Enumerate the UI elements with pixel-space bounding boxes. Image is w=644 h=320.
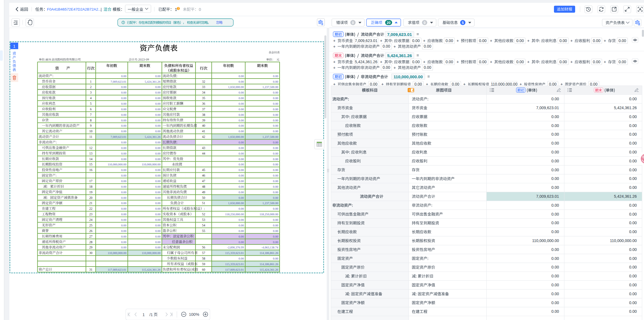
svg-text:0.00: 0.00 xyxy=(155,108,161,111)
svg-text:0.00: 0.00 xyxy=(155,152,161,155)
svg-text:0.00: 0.00 xyxy=(273,146,278,150)
svg-text:0.00: 0.00 xyxy=(629,168,637,172)
svg-text:0.00: 0.00 xyxy=(273,96,278,100)
svg-text:0.00: 0.00 xyxy=(155,146,161,150)
svg-text:19: 19 xyxy=(89,190,93,194)
svg-text:0.00: 0.00 xyxy=(121,168,126,172)
svg-text:15: 15 xyxy=(89,163,93,166)
svg-text:1,650,000.00: 1,650,000.00 xyxy=(228,201,244,205)
svg-text:0.00: 0.00 xyxy=(629,274,637,278)
svg-text:0.00: 0.00 xyxy=(629,212,637,216)
svg-text:37: 37 xyxy=(202,108,205,111)
svg-text:=: = xyxy=(417,32,419,36)
svg-text:0.00: 0.00 xyxy=(155,157,161,161)
svg-text:0.00: 0.00 xyxy=(619,60,626,64)
svg-text:0.00: 0.00 xyxy=(239,113,244,116)
svg-text:0.00: 0.00 xyxy=(155,85,161,89)
svg-text:0.00: 0.00 xyxy=(273,130,278,133)
svg-text:1: 1 xyxy=(175,7,177,12)
svg-text:41: 41 xyxy=(202,130,205,133)
svg-text:0.00: 0.00 xyxy=(239,141,244,144)
svg-text:0.00: 0.00 xyxy=(155,168,161,172)
svg-text:0.00: 0.00 xyxy=(155,96,161,100)
svg-text:0.00: 0.00 xyxy=(155,174,161,177)
svg-text:+: + xyxy=(333,44,335,49)
svg-text:1,237,500.00: 1,237,500.00 xyxy=(262,85,278,89)
svg-text:17: 17 xyxy=(89,179,93,183)
svg-text:32: 32 xyxy=(202,80,205,83)
svg-text:34: 34 xyxy=(202,91,205,94)
svg-text:20: 20 xyxy=(387,21,391,25)
svg-text:+: + xyxy=(380,38,382,43)
svg-text:0.00: 0.00 xyxy=(121,108,126,111)
svg-text:0.00: 0.00 xyxy=(121,157,126,161)
svg-text:0.00: 0.00 xyxy=(629,159,637,163)
svg-text:0.00: 0.00 xyxy=(121,240,126,244)
svg-text:0.00: 0.00 xyxy=(239,174,244,177)
svg-text:-4,063,138.74: -4,063,138.74 xyxy=(262,246,279,249)
svg-text:5,424,361.26: 5,424,361.26 xyxy=(614,106,637,110)
svg-text:0.00: 0.00 xyxy=(629,132,637,136)
svg-text:53: 53 xyxy=(202,218,205,221)
svg-text:0.00: 0.00 xyxy=(619,39,626,43)
svg-text:0.00: 0.00 xyxy=(273,152,278,155)
svg-text:5: 5 xyxy=(462,21,464,25)
svg-text:0.00: 0.00 xyxy=(273,196,278,199)
svg-text:0.00: 0.00 xyxy=(273,224,278,227)
svg-text:+: + xyxy=(604,60,606,64)
svg-text:0.00: 0.00 xyxy=(629,283,637,287)
svg-text:0.00: 0.00 xyxy=(479,39,486,43)
svg-text:1,650,000.00: 1,650,000.00 xyxy=(228,85,244,89)
svg-text:0.00: 0.00 xyxy=(155,130,161,133)
svg-text:0.00: 0.00 xyxy=(155,179,161,183)
svg-text:0.00: 0.00 xyxy=(239,185,244,188)
svg-text:0.00: 0.00 xyxy=(121,207,126,210)
svg-text:0.00: 0.00 xyxy=(273,108,278,111)
svg-text:114,186,861.26: 114,186,861.26 xyxy=(260,251,279,255)
svg-text:5: 5 xyxy=(90,102,92,105)
svg-text:+: + xyxy=(490,60,492,64)
svg-text:118,250,000.00: 118,250,000.00 xyxy=(260,212,278,216)
svg-text:0.00: 0.00 xyxy=(239,157,244,161)
svg-text:0.00: 0.00 xyxy=(551,212,559,216)
svg-text:0.00: 0.00 xyxy=(629,123,637,128)
svg-text:0.00: 0.00 xyxy=(273,235,278,238)
svg-text:110,000,000.00: 110,000,000.00 xyxy=(142,251,161,255)
svg-text:0.00: 0.00 xyxy=(121,124,126,127)
svg-text:8: 8 xyxy=(90,119,92,122)
svg-text:0.00: 0.00 xyxy=(121,141,126,144)
svg-text:0.00: 0.00 xyxy=(551,114,559,119)
svg-text:9: 9 xyxy=(90,124,92,127)
svg-text:110,000,000.00: 110,000,000.00 xyxy=(142,163,161,166)
svg-text:59: 59 xyxy=(202,262,205,266)
svg-text:+: + xyxy=(570,38,573,43)
svg-text:0.00: 0.00 xyxy=(239,235,244,238)
svg-text:0.00: 0.00 xyxy=(629,114,637,119)
svg-text:1,650,000.00: 1,650,000.00 xyxy=(228,135,244,138)
svg-text:0.00: 0.00 xyxy=(629,229,637,234)
svg-text:35: 35 xyxy=(202,96,205,100)
svg-text:0.00: 0.00 xyxy=(551,203,559,207)
svg-text:=: = xyxy=(427,74,430,79)
svg-text:0.00: 0.00 xyxy=(121,224,126,227)
svg-text:0.00: 0.00 xyxy=(239,130,244,133)
svg-text:+: + xyxy=(604,38,606,43)
svg-text:0.00: 0.00 xyxy=(155,141,161,144)
svg-text:0.00: 0.00 xyxy=(239,168,244,172)
svg-text:0.00: 0.00 xyxy=(239,196,244,199)
svg-text:0.00: 0.00 xyxy=(239,229,244,233)
svg-text:0.00: 0.00 xyxy=(239,74,244,78)
svg-text:1: 1 xyxy=(13,44,15,48)
svg-text:0.00: 0.00 xyxy=(121,113,126,116)
svg-text:60: 60 xyxy=(202,268,205,271)
svg-text:5,424,361.26: 5,424,361.26 xyxy=(614,194,637,199)
svg-text:0.00: 0.00 xyxy=(239,146,244,150)
svg-text:117,009,623.01: 117,009,623.01 xyxy=(225,268,244,271)
svg-text:27: 27 xyxy=(89,235,93,238)
svg-text:0.00: 0.00 xyxy=(273,102,278,105)
svg-text:0.00: 0.00 xyxy=(593,60,601,64)
svg-text:0.00: 0.00 xyxy=(629,301,637,305)
svg-text:11: 11 xyxy=(89,135,92,138)
svg-text:0.00: 0.00 xyxy=(551,123,559,128)
svg-text:0.00: 0.00 xyxy=(424,65,431,70)
